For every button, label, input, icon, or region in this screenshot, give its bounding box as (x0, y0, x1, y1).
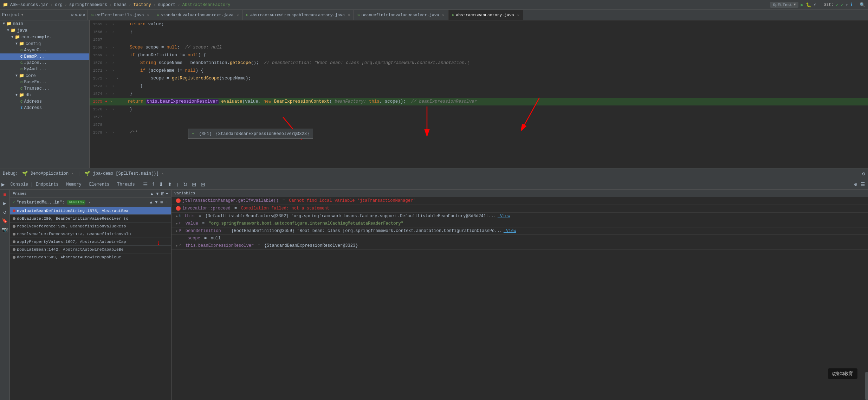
project-label[interactable]: Project (2, 13, 20, 18)
down-arrow-frame[interactable]: ▼ (155, 200, 157, 205)
sidebar-item-db[interactable]: ▼ 📁 db (0, 92, 89, 98)
sync-icon[interactable]: ⊕ (71, 12, 73, 18)
debug-jpa-session[interactable]: jpa-demo [SpELTest.main()] (93, 171, 158, 176)
var-this-view-link[interactable]: View (498, 214, 510, 219)
search-icon[interactable]: 🔍 (860, 2, 865, 8)
undo-icon[interactable]: ↩ (846, 2, 848, 8)
tab-abstract-bean-close[interactable]: ✕ (517, 13, 519, 17)
rerun-icon[interactable]: ↺ (1, 209, 8, 215)
tab-standard[interactable]: C StandardEvaluationContext.java ✕ (153, 10, 243, 20)
frame-item-329[interactable]: resolveReference:329, BeanDefinitionValu… (10, 222, 171, 230)
debug-list-icon[interactable]: ⊟ (200, 181, 206, 188)
up-arrow-frame[interactable]: ▲ (150, 200, 152, 205)
sidebar-item-baseen[interactable]: C BaseEn... (0, 79, 89, 85)
sidebar-item-address2[interactable]: I Address (0, 105, 89, 111)
sidebar-item-com[interactable]: ▼ 📁 com.example. (0, 34, 89, 40)
console-settings-icon[interactable]: ⚙ (854, 181, 857, 187)
sidebar-item-transac[interactable]: C Transac... (0, 85, 89, 92)
var-expand-resolver[interactable]: ▶ (176, 244, 178, 248)
debug-demo-close[interactable]: ✕ (71, 172, 73, 176)
close-project-icon[interactable]: ✕ (83, 12, 85, 18)
tab-abstract-autowire[interactable]: C AbstractAutowireCapableBeanFactory.jav… (242, 10, 354, 20)
sidebar-item-main[interactable]: ▼ 📁 main (0, 20, 89, 27)
tab-reflection[interactable]: C ReflectionUtils.java ✕ (88, 10, 153, 20)
run-config[interactable]: SpELTest ▼ (770, 2, 798, 8)
tab-bean-def-close[interactable]: ✕ (442, 13, 445, 17)
coverage-button[interactable]: ⚡ (814, 2, 816, 8)
tab-memory[interactable]: Memory (63, 181, 85, 188)
filter-frame[interactable]: ⊞ (161, 200, 163, 205)
up-arrow-btn[interactable]: ▲ (150, 191, 154, 196)
var-expand-beandef[interactable]: ▶ (176, 229, 178, 233)
git-check-icon[interactable]: ✓ (836, 2, 839, 8)
sidebar-item-config[interactable]: ▼ 📁 config (0, 40, 89, 47)
tab-abstract-close[interactable]: ✕ (348, 13, 350, 17)
debug-table-icon[interactable]: ⊞ (191, 181, 197, 188)
run-button[interactable]: ▶ (801, 2, 803, 8)
frame-item-280[interactable]: doEvaluate:280, BeanDefinitionValueResol… (10, 215, 171, 222)
tab-standard-close[interactable]: ✕ (237, 13, 239, 17)
sidebar-item-asyncc[interactable]: C AsyncC... (0, 47, 89, 53)
dropdown-icon[interactable]: ▼ (793, 3, 796, 7)
debug-button[interactable]: 🐛 (806, 2, 811, 8)
tab-elements[interactable]: Elements (86, 181, 113, 188)
step-over-icon[interactable]: ⤴ (151, 181, 156, 188)
var-item-beandef[interactable]: ▶ P beanDefinition = {RootBeanDefinition… (171, 227, 868, 235)
run-to-cursor-icon[interactable]: ↑ (175, 181, 180, 188)
resume-icon[interactable]: ▶ (1, 181, 5, 188)
sidebar-item-jpa[interactable]: C JpaCon... (0, 60, 89, 66)
add-frame[interactable]: + (166, 200, 168, 205)
git-check2-icon[interactable]: ✓ (841, 2, 843, 8)
hamburger-icon[interactable]: ☰ (142, 181, 149, 188)
step-into-icon[interactable]: ⬇ (158, 181, 164, 188)
breadcrumb-support[interactable]: support (158, 2, 175, 7)
sidebar-item-core[interactable]: ▼ 📁 core (0, 72, 89, 79)
tab-threads[interactable]: Threads (114, 181, 138, 188)
frame-item-593[interactable]: doCreateBean:593, AbstractAutowireCapabl… (10, 253, 171, 261)
evaluate-icon[interactable]: ↻ (182, 181, 189, 188)
var-expand-value[interactable]: ▶ (176, 221, 178, 226)
tab-abstract-bean[interactable]: C AbstractBeanFactory.java ✕ (448, 10, 523, 20)
code-editor[interactable]: 1565 › › return value; 1566 › › } 1567 (90, 20, 868, 168)
sidebar-item-demo[interactable]: C DemoP... (0, 53, 89, 60)
breadcrumb-factory[interactable]: factory (134, 2, 151, 7)
debug-demo-session[interactable]: DemoApplication (31, 171, 69, 176)
frame-thread-running[interactable]: ✓ "restartedMa...in": RUNNING ▾ ▲ ▼ ⊞ + (10, 198, 171, 207)
console-hamburger-icon[interactable]: ☰ (861, 181, 865, 187)
tab-console[interactable]: Console | Endpoints (7, 181, 62, 188)
frame-item-1697[interactable]: applyPropertyValues:1697, AbstractAutowi… (10, 238, 171, 246)
pause-icon[interactable]: ▶ (1, 200, 8, 206)
down-arrow-btn[interactable]: ▼ (155, 191, 160, 196)
arrows-icon[interactable]: ⇅ (75, 12, 77, 18)
sidebar-item-address1[interactable]: C Address (0, 98, 89, 105)
var-beandef-view-link[interactable]: View (504, 228, 516, 233)
breadcrumb-sources[interactable]: ASE-sources.jar (10, 2, 48, 7)
step-out-icon[interactable]: ⬆ (167, 181, 173, 188)
settings-debug-icon[interactable]: ⚙ (862, 171, 865, 177)
project-dropdown[interactable]: ▼ (21, 13, 23, 17)
breadcrumb-springframework[interactable]: springframework (69, 2, 107, 7)
tab-reflection-close[interactable]: ✕ (147, 13, 149, 17)
frame-item-113[interactable]: resolveValueIfNecessary:113, BeanDefinit… (10, 230, 171, 238)
bookmark-icon[interactable]: 🔖 (1, 218, 8, 224)
breadcrumb-class[interactable]: AbstractBeanFactory (182, 2, 231, 7)
sidebar-item-myaudi[interactable]: C MyAudi... (0, 66, 89, 72)
tab-bean-def[interactable]: C BeanDefinitionValueResolver.java ✕ (354, 10, 448, 20)
breadcrumb-beans[interactable]: beans (114, 2, 127, 7)
sidebar-item-java[interactable]: ▼ 📁 java (0, 27, 89, 34)
frame-item-1442[interactable]: populateBean:1442, AbstractAutowireCapab… (10, 246, 171, 253)
snapshot-icon[interactable]: 📷 (1, 227, 8, 233)
var-expand-this[interactable]: ▶ (176, 214, 178, 218)
var-item-this[interactable]: ▶ ℹ this = {DefaultListableBeanFactory@3… (171, 213, 868, 220)
stop-icon[interactable]: ■ (1, 192, 8, 198)
dropdown-arrow[interactable]: ▾ (88, 200, 90, 205)
info-toolbar-icon[interactable]: ℹ (850, 2, 852, 8)
frame-item-1575[interactable]: evaluateBeanDefinitionString:1575, Abstr… (10, 207, 171, 215)
var-item-value[interactable]: ▶ P value = "org.springframework.boot.au… (171, 220, 868, 227)
filter-btn[interactable]: ⊞ (161, 191, 164, 196)
settings-icon[interactable]: ⚙ (79, 12, 82, 18)
add-btn[interactable]: + (166, 191, 168, 196)
var-item-resolver[interactable]: ▶ ○ this.beanExpressionResolver = {Stand… (171, 242, 868, 250)
debug-jpa-close[interactable]: ✕ (162, 172, 164, 176)
breadcrumb-org[interactable]: org (55, 2, 63, 7)
